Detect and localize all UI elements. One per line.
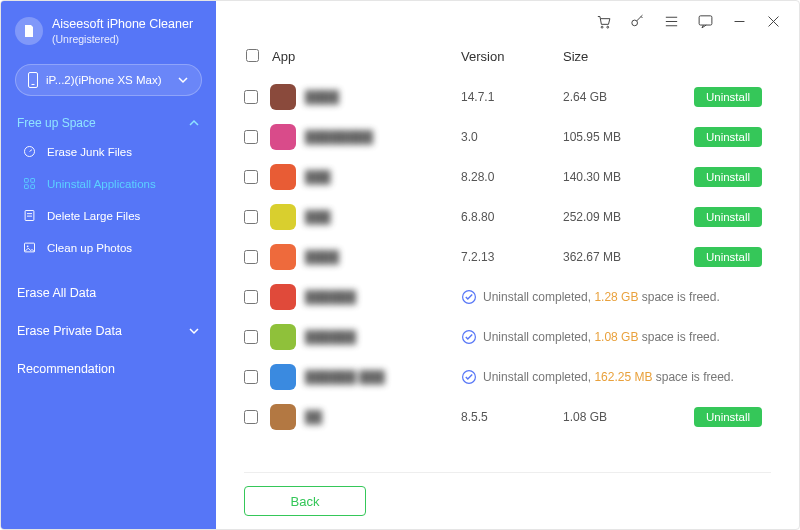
app-name: ████ [305, 250, 339, 264]
menu-icon[interactable] [661, 11, 681, 31]
svg-rect-1 [24, 179, 28, 183]
row-checkbox[interactable] [244, 410, 258, 424]
app-icon [270, 284, 296, 310]
uninstall-button[interactable]: Uninstall [694, 127, 762, 147]
svg-point-10 [631, 20, 637, 26]
app-version: 8.28.0 [461, 170, 563, 184]
col-select [246, 49, 272, 65]
app-icon [270, 124, 296, 150]
uninstall-button[interactable]: Uninstall [694, 247, 762, 267]
titlebar [216, 1, 799, 41]
menu-uninstall-apps[interactable]: Uninstall Applications [17, 168, 200, 200]
device-selector[interactable]: iP...2)(iPhone XS Max) [15, 64, 202, 96]
menu-erase-junk[interactable]: Erase Junk Files [17, 136, 200, 168]
app-icon [270, 204, 296, 230]
app-icon [270, 404, 296, 430]
footer: Back [216, 473, 799, 529]
sidebar: Aiseesoft iPhone Cleaner (Unregistered) … [1, 1, 216, 529]
app-size: 2.64 GB [563, 90, 683, 104]
chevron-down-icon [188, 325, 200, 337]
close-icon[interactable] [763, 11, 783, 31]
section-free-up-space: Free up Space Erase Junk Files Uninstall… [1, 106, 216, 274]
app-version: 6.8.80 [461, 210, 563, 224]
app-size: 105.95 MB [563, 130, 683, 144]
check-circle-icon [461, 289, 477, 305]
app-icon [270, 364, 296, 390]
app-version: 14.7.1 [461, 90, 563, 104]
brand-logo-icon [15, 17, 43, 45]
free-up-menu: Erase Junk Files Uninstall Applications … [17, 136, 200, 264]
app-name: ██████ [305, 330, 356, 344]
feedback-icon[interactable] [695, 11, 715, 31]
app-name: ██████ ███ [305, 370, 385, 384]
app-name: ██ [305, 410, 322, 424]
app-size: 140.30 MB [563, 170, 683, 184]
device-label: iP...2)(iPhone XS Max) [46, 74, 161, 86]
app-size: 252.09 MB [563, 210, 683, 224]
app-name: ██████ [305, 290, 356, 304]
table-row: ████14.7.12.64 GBUninstall [244, 77, 773, 117]
nav-erase-all[interactable]: Erase All Data [1, 274, 216, 312]
uninstall-button[interactable]: Uninstall [694, 207, 762, 227]
app-name: ████████ [305, 130, 373, 144]
svg-rect-5 [25, 211, 34, 221]
table-row: ████7.2.13362.67 MBUninstall [244, 237, 773, 277]
col-size: Size [563, 49, 683, 65]
uninstall-button[interactable]: Uninstall [694, 167, 762, 187]
app-name: ████ [305, 90, 339, 104]
nav-erase-private[interactable]: Erase Private Data [1, 312, 216, 350]
app-size: 362.67 MB [563, 250, 683, 264]
phone-icon [28, 72, 38, 88]
uninstall-status: Uninstall completed, 162.25 MB space is … [461, 369, 773, 385]
chevron-down-icon [177, 74, 189, 86]
row-checkbox[interactable] [244, 170, 258, 184]
app-size: 1.08 GB [563, 410, 683, 424]
free-up-space-header[interactable]: Free up Space [17, 116, 200, 130]
svg-point-8 [601, 26, 603, 28]
table-row: ██████Uninstall completed, 1.28 GB space… [244, 277, 773, 317]
brand: Aiseesoft iPhone Cleaner (Unregistered) [1, 13, 216, 60]
row-checkbox[interactable] [244, 90, 258, 104]
cart-icon[interactable] [593, 11, 613, 31]
main: App Version Size ████14.7.12.64 GBUninst… [216, 1, 799, 529]
row-checkbox[interactable] [244, 130, 258, 144]
app-icon [270, 164, 296, 190]
chevron-up-icon [188, 117, 200, 129]
svg-rect-11 [699, 15, 712, 24]
row-checkbox[interactable] [244, 290, 258, 304]
svg-rect-4 [30, 185, 34, 189]
app-icon [270, 324, 296, 350]
app-version: 7.2.13 [461, 250, 563, 264]
table-row: ███6.8.80252.09 MBUninstall [244, 197, 773, 237]
row-checkbox[interactable] [244, 210, 258, 224]
col-version: Version [461, 49, 563, 65]
app-list-panel: App Version Size ████14.7.12.64 GBUninst… [216, 41, 799, 472]
menu-delete-large[interactable]: Delete Large Files [17, 200, 200, 232]
minimize-icon[interactable] [729, 11, 749, 31]
col-action [683, 49, 773, 65]
row-checkbox[interactable] [244, 330, 258, 344]
svg-rect-3 [24, 185, 28, 189]
uninstall-button[interactable]: Uninstall [694, 407, 762, 427]
col-app: App [272, 49, 461, 65]
app-name: ███ [305, 170, 331, 184]
app-list[interactable]: ████14.7.12.64 GBUninstall████████3.0105… [244, 77, 775, 466]
app-version: 3.0 [461, 130, 563, 144]
back-button[interactable]: Back [244, 486, 366, 516]
table-header: App Version Size [244, 41, 775, 77]
uninstall-status: Uninstall completed, 1.28 GB space is fr… [461, 289, 773, 305]
app-version: 8.5.5 [461, 410, 563, 424]
license-status: (Unregistered) [52, 33, 193, 46]
select-all-checkbox[interactable] [246, 49, 259, 62]
svg-point-7 [26, 246, 28, 248]
svg-point-9 [606, 26, 608, 28]
row-checkbox[interactable] [244, 370, 258, 384]
apps-icon [21, 176, 37, 192]
menu-clean-photos[interactable]: Clean up Photos [17, 232, 200, 264]
row-checkbox[interactable] [244, 250, 258, 264]
nav-recommendation[interactable]: Recommendation [1, 350, 216, 388]
check-circle-icon [461, 329, 477, 345]
uninstall-button[interactable]: Uninstall [694, 87, 762, 107]
app-icon [270, 244, 296, 270]
key-icon[interactable] [627, 11, 647, 31]
